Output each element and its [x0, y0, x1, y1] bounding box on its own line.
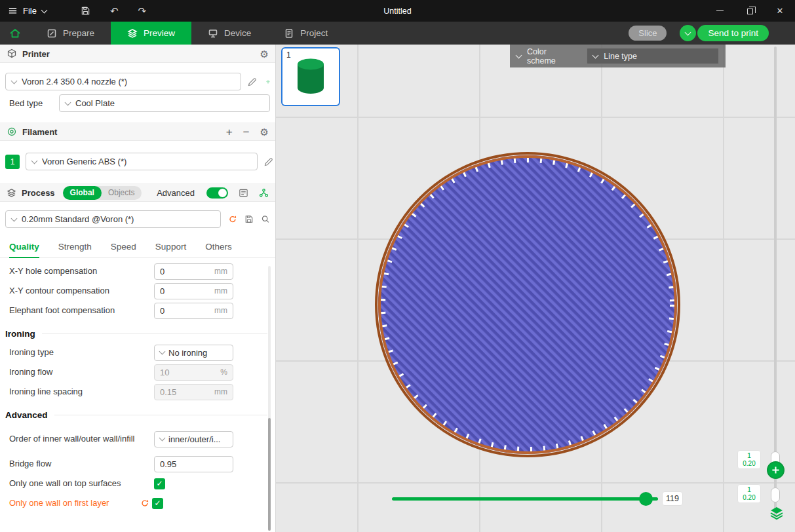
slice-button[interactable]: Slice — [629, 26, 667, 41]
setting-row: Ironing line spacing 0.15 mm — [0, 382, 275, 402]
restore-button[interactable] — [735, 0, 765, 22]
hamburger-icon — [8, 6, 18, 16]
chevron-down-icon — [31, 157, 38, 164]
setting-value: 0.95 — [160, 459, 227, 469]
layer-slider-lower-handle[interactable] — [771, 487, 780, 503]
plus-icon — [771, 466, 780, 474]
printer-section-header: Printer ⚙ — [0, 45, 275, 63]
send-options-button[interactable] — [680, 25, 696, 41]
setting-value: 10 — [160, 368, 220, 377]
sidebar-scrollbar-thumb[interactable] — [268, 418, 271, 531]
remove-filament-button[interactable]: − — [243, 126, 250, 138]
printer-preset-select[interactable]: Voron 2.4 350 0.4 nozzle (*) — [5, 73, 241, 90]
tab-preview[interactable]: Preview — [111, 22, 191, 45]
setting-row: Ironing type No ironing — [0, 343, 275, 362]
move-slider-handle[interactable] — [639, 492, 653, 506]
layer-badge-lower: 1 0.20 — [737, 484, 761, 503]
xy-hole-compensation-input[interactable]: 0 mm — [154, 263, 233, 280]
sliced-model-top-view[interactable] — [276, 45, 795, 532]
preview-viewport[interactable]: 1 Color scheme Line type 119 — [276, 45, 795, 532]
global-objects-toggle[interactable]: Global Objects — [63, 186, 142, 200]
tab-device[interactable]: Device — [191, 22, 267, 45]
reset-setting-icon[interactable] — [140, 499, 149, 508]
xy-contour-compensation-input[interactable]: 0 mm — [154, 283, 233, 299]
file-menu-button[interactable]: File — [0, 0, 54, 22]
one-wall-top-checkbox[interactable]: ✓ — [154, 478, 165, 489]
setting-row: Order of inner wall/outer wall/infill in… — [0, 424, 275, 454]
save-button[interactable] — [81, 6, 90, 16]
move-slider-track[interactable] — [392, 497, 658, 501]
ironing-group-header: Ironing — [5, 326, 275, 341]
tab-prepare[interactable]: Prepare — [30, 22, 111, 45]
object-thumbnail[interactable]: 1 — [281, 47, 340, 106]
line-type-select[interactable]: Line type — [587, 48, 719, 64]
objects-segment[interactable]: Objects — [102, 188, 142, 197]
wall-order-select[interactable]: inner/outer/i... — [154, 431, 233, 447]
search-settings-icon[interactable] — [261, 214, 270, 224]
advanced-group-title: Advanced — [5, 410, 48, 420]
filament-spool-icon — [7, 126, 17, 137]
send-to-print-button[interactable]: Send to print — [697, 25, 769, 41]
advanced-toggle-switch[interactable] — [206, 187, 228, 199]
move-slider-value: 119 — [662, 491, 683, 506]
check-icon: ✓ — [156, 479, 163, 488]
tab-strength[interactable]: Strength — [58, 237, 92, 257]
one-wall-first-layer-checkbox[interactable]: ✓ — [152, 498, 163, 509]
setting-row: Elephant foot compensation 0 mm — [0, 301, 275, 320]
home-button[interactable] — [0, 22, 30, 45]
add-filament-button[interactable]: + — [226, 126, 233, 138]
setting-value: No ironing — [168, 348, 207, 358]
edit-printer-icon[interactable] — [247, 77, 258, 87]
elephant-foot-compensation-input[interactable]: 0 mm — [154, 303, 233, 319]
edit-filament-icon[interactable] — [263, 157, 274, 167]
setting-row: Only one wall on top surfaces ✓ — [0, 474, 275, 493]
ironing-type-select[interactable]: No ironing — [154, 345, 233, 361]
minimize-button[interactable] — [705, 0, 735, 22]
wifi-connection-icon[interactable] — [266, 77, 270, 87]
process-section-title: Process — [22, 188, 55, 198]
tab-project[interactable]: Project — [267, 22, 344, 45]
color-scheme-bar: Color scheme Line type — [510, 45, 726, 67]
divider — [54, 415, 267, 415]
bed-type-select[interactable]: Cool Plate — [59, 94, 270, 112]
divider — [42, 333, 267, 334]
setting-row: Bridge flow 0.95 — [0, 454, 275, 474]
parameter-list-icon[interactable] — [239, 188, 248, 198]
ironing-line-spacing-input[interactable]: 0.15 mm — [154, 384, 233, 400]
filament-slot-badge[interactable]: 1 — [5, 155, 20, 169]
sidebar: Printer ⚙ Voron 2.4 350 0.4 nozzle (*) B… — [0, 45, 276, 532]
add-custom-gcode-button[interactable] — [767, 461, 785, 479]
process-tabs: Quality Strength Speed Support Others — [0, 237, 275, 257]
device-icon — [208, 28, 218, 39]
tab-speed[interactable]: Speed — [111, 237, 136, 257]
process-preset-select[interactable]: 0.20mm Standard @Voron (*) — [5, 210, 221, 228]
layer-view-button[interactable] — [768, 504, 785, 522]
printer-settings-button[interactable]: ⚙ — [260, 49, 269, 59]
global-segment[interactable]: Global — [63, 186, 102, 200]
layer-slider-track[interactable] — [774, 47, 777, 518]
undo-button[interactable]: ↶ — [110, 6, 119, 16]
tab-others[interactable]: Others — [205, 237, 232, 257]
filament-settings-button[interactable]: ⚙ — [260, 127, 269, 137]
printer-preset-value: Voron 2.4 350 0.4 nozzle (*) — [22, 77, 127, 86]
chevron-down-icon — [516, 52, 522, 58]
navbar: Prepare Preview Device Project Slice Sen… — [0, 22, 795, 45]
close-button[interactable]: ✕ — [765, 0, 795, 22]
object-thumbnail-number: 1 — [286, 50, 291, 60]
advanced-toggle-label: Advanced — [157, 188, 195, 198]
process-graph-icon[interactable] — [259, 188, 269, 198]
filament-section-title: Filament — [22, 127, 57, 137]
setting-label: Only one wall on top surfaces — [9, 478, 154, 489]
tab-quality[interactable]: Quality — [9, 237, 39, 257]
bridge-flow-input[interactable]: 0.95 — [154, 456, 233, 472]
ironing-flow-input[interactable]: 10 % — [154, 364, 233, 381]
ironing-group-title: Ironing — [5, 329, 35, 339]
save-preset-icon[interactable] — [244, 214, 254, 224]
redo-button[interactable]: ↷ — [138, 6, 147, 16]
reset-preset-icon[interactable] — [228, 214, 237, 224]
tab-support[interactable]: Support — [155, 237, 186, 257]
setting-unit: mm — [214, 306, 227, 315]
setting-row: Only one wall on first layer ✓ — [0, 493, 275, 513]
bed-type-label: Bed type — [5, 98, 59, 108]
filament-preset-select[interactable]: Voron Generic ABS (*) — [26, 153, 258, 170]
